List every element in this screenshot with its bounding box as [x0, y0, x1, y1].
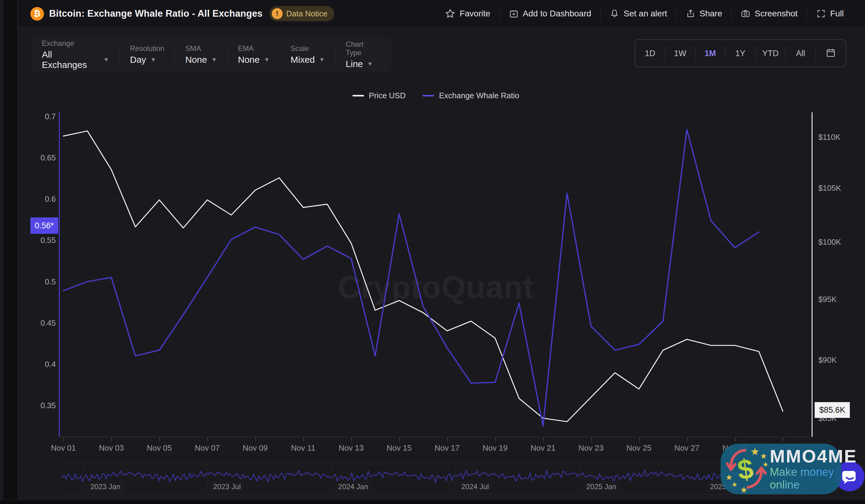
header-actions: Favorite Add to Dashboard Set an alert S… — [436, 8, 853, 20]
left-axis-tick-label: 0.35 — [0, 401, 56, 410]
x-axis-tickmark — [591, 437, 592, 441]
scale-dropdown[interactable]: Scale Mixed▼ — [280, 44, 335, 65]
bell-icon — [610, 9, 619, 19]
ema-dropdown[interactable]: EMA None▼ — [228, 44, 280, 65]
mmo4me-watermark: $ ★ ★ ★ ★ ★ ★ MMO4ME Make money online — [720, 444, 841, 494]
x-axis-tickmark — [303, 437, 304, 441]
x-axis-tick-label: Nov 05 — [147, 443, 172, 453]
x-axis-tickmark — [351, 437, 352, 441]
fullscreen-icon — [816, 9, 826, 19]
x-axis-tickmark — [159, 437, 160, 441]
navigator-gridline — [580, 464, 580, 494]
range-1y[interactable]: 1Y — [726, 49, 755, 58]
bottom-band — [0, 500, 865, 504]
whale-ratio-swatch — [423, 95, 434, 96]
range-1m-active[interactable]: 1M — [695, 49, 725, 58]
x-axis-tick-label: Nov 09 — [243, 443, 267, 453]
x-axis-tickmark — [735, 437, 736, 441]
navigator-gridline — [704, 464, 704, 494]
resolution-dropdown[interactable]: Resolution Day▼ — [120, 44, 175, 65]
bitcoin-icon: ₿ — [30, 7, 44, 21]
mmo4me-brand: MMO4ME — [770, 447, 857, 466]
left-axis-tick-label: 0.4 — [0, 359, 56, 369]
navigator-mini-line — [61, 470, 810, 483]
right-axis-tick-label: $100K — [818, 237, 841, 247]
mmo4me-tagline: Make money online — [770, 466, 857, 491]
navigator-gridline — [207, 464, 207, 494]
x-axis-tick-label: Nov 11 — [291, 443, 315, 453]
dollar-logo: $ ★ ★ ★ ★ ★ ★ — [724, 445, 769, 493]
star-icon: ★ — [750, 445, 760, 458]
x-axis-tick-label: Nov 07 — [195, 443, 220, 453]
header-bar: ₿ Bitcoin: Exchange Whale Ratio - All Ex… — [18, 0, 865, 27]
calendar-button[interactable] — [816, 48, 845, 59]
navigator-date-label: 2023 Jul — [210, 481, 244, 492]
right-axis-tick-label: $95K — [818, 295, 837, 304]
x-axis-tickmark — [447, 437, 448, 441]
star-icon: ★ — [731, 481, 738, 489]
x-axis-tickmark — [783, 437, 783, 441]
gridline — [59, 199, 812, 199]
left-axis-tick-label: 0.45 — [0, 318, 56, 328]
gridline — [59, 240, 812, 241]
add-to-dashboard-button[interactable]: Add to Dashboard — [500, 9, 601, 19]
left-axis-spine — [59, 112, 60, 437]
set-alert-button[interactable]: Set an alert — [601, 9, 676, 19]
x-axis-tick-label: Nov 19 — [483, 443, 507, 453]
x-axis-tick-label: Nov 01 — [51, 443, 76, 453]
left-axis-tick-label: 0.55 — [0, 236, 56, 245]
calendar-icon — [826, 48, 836, 59]
legend-item-price[interactable]: Price USD — [353, 91, 405, 101]
legend-item-whale-ratio[interactable]: Exchange Whale Ratio — [423, 91, 519, 101]
add-to-dashboard-icon — [509, 9, 519, 19]
star-icon: ★ — [760, 452, 767, 461]
x-axis-tickmark — [543, 437, 543, 441]
cryptoquant-watermark: CryptoQuant — [338, 269, 534, 305]
range-1d[interactable]: 1D — [635, 49, 665, 58]
current-price-label: $85.6K — [815, 402, 850, 418]
chart-plot[interactable] — [0, 0, 865, 504]
screenshot-button[interactable]: Screenshot — [731, 9, 807, 19]
x-axis-line — [59, 437, 813, 437]
navigator-bottom-border — [59, 494, 813, 495]
data-notice-badge[interactable]: ! Data Notice — [269, 6, 334, 21]
star-icon: ★ — [740, 485, 748, 495]
x-axis-tickmark — [64, 437, 64, 441]
fullscreen-button[interactable]: Full — [807, 9, 853, 19]
camera-icon — [741, 9, 750, 19]
x-axis-tickmark — [255, 437, 256, 441]
left-axis-tick-label: 0.5 — [0, 277, 56, 286]
navigator-top-border — [59, 464, 813, 464]
chevron-down-icon: ▼ — [264, 56, 270, 63]
navigator-gridline — [455, 464, 455, 494]
right-axis-spine — [811, 112, 812, 437]
chevron-down-icon: ▼ — [367, 61, 373, 67]
navigator-date-label: 2024 Jan — [335, 481, 371, 492]
chart-settings-toolbar: Exchange All Exchanges▼ Resolution Day▼ … — [32, 38, 391, 72]
current-ratio-label: 0.56* — [30, 218, 58, 234]
exchange-dropdown[interactable]: Exchange All Exchanges▼ — [32, 39, 119, 70]
right-axis-tick-label: $105K — [818, 184, 841, 193]
x-axis-tick-label: Nov 27 — [674, 443, 700, 453]
x-axis-tick-label: Nov 15 — [387, 443, 412, 453]
price-line-swatch — [353, 95, 364, 96]
share-button[interactable]: Share — [677, 9, 731, 19]
favorite-button[interactable]: Favorite — [436, 9, 499, 19]
x-axis-tickmark — [495, 437, 496, 441]
left-axis-tick-label: 0.6 — [0, 195, 56, 204]
range-ytd[interactable]: YTD — [756, 49, 785, 58]
x-axis-tick-label: Nov 21 — [530, 443, 555, 453]
navigator-date-label: 2025 Jan — [583, 481, 619, 492]
range-1w[interactable]: 1W — [665, 49, 695, 58]
sma-dropdown[interactable]: SMA None▼ — [175, 44, 228, 65]
chart-type-dropdown[interactable]: Chart Type Line▼ — [335, 40, 391, 69]
x-axis-tick-label: Nov 23 — [578, 443, 603, 453]
x-axis-tickmark — [207, 437, 208, 441]
gridline — [59, 406, 812, 406]
range-all[interactable]: All — [785, 49, 815, 58]
page-title: Bitcoin: Exchange Whale Ratio - All Exch… — [49, 8, 263, 19]
chevron-down-icon: ▼ — [103, 56, 109, 63]
star-icon — [445, 9, 455, 19]
gridline — [59, 116, 812, 117]
gridline — [59, 282, 812, 282]
